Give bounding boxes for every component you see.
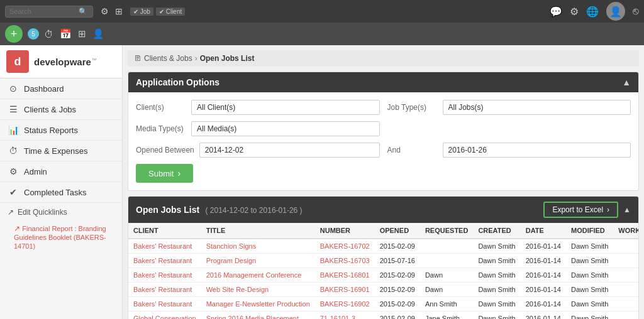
- app-options-header: Application Options ▲: [128, 72, 638, 92]
- quicklink-item[interactable]: ↗ Financial Report : Branding Guidelines…: [0, 222, 122, 253]
- cell-client[interactable]: Bakers' Restaurant: [128, 239, 201, 254]
- title-link[interactable]: Manager E-Newsletter Production: [206, 300, 310, 308]
- cell-title[interactable]: Manager E-Newsletter Production: [201, 297, 315, 311]
- number-link[interactable]: BAKERS-16902: [320, 300, 370, 308]
- cell-number[interactable]: BAKERS-16702: [315, 239, 375, 254]
- clock-icon[interactable]: ⏱: [44, 29, 53, 40]
- jobs-list-header: Open Jobs List ( 2014-12-02 to 2016-01-2…: [128, 197, 638, 223]
- quicklinks-label: Edit Quicklinks: [18, 208, 67, 217]
- sidebar-item-clients-jobs[interactable]: ☰ Clients & Jobs: [0, 99, 122, 120]
- job-type-input[interactable]: [443, 100, 631, 115]
- client-link[interactable]: Global Conservation: [133, 315, 196, 319]
- and-input[interactable]: [443, 143, 631, 158]
- quicklinks-header[interactable]: ↗ Edit Quicklinks: [0, 203, 122, 222]
- title-link[interactable]: Stanchion Signs: [206, 242, 257, 250]
- settings-icon[interactable]: ⚙: [101, 6, 109, 16]
- action-icons: ⏱ 📅 ⊞ 👤: [44, 28, 104, 40]
- reports-icon: 📊: [8, 125, 19, 135]
- search-icon: 🔍: [79, 8, 87, 16]
- cell-number[interactable]: BAKERS-16901: [315, 283, 375, 297]
- quicklink-link[interactable]: Financial Report : Branding Guidelines B…: [14, 225, 106, 250]
- breadcrumb-clients[interactable]: Clients & Jobs: [144, 54, 192, 63]
- panel-collapse-btn[interactable]: ▲: [622, 77, 631, 87]
- job-tag[interactable]: ✔ Job: [130, 8, 153, 16]
- globe-icon[interactable]: 🌐: [586, 6, 599, 18]
- title-link[interactable]: Spring 2016 Media Placement: [206, 315, 299, 319]
- cell-date: 2016-01-14: [521, 283, 566, 297]
- cell-number[interactable]: BAKERS-16703: [315, 254, 375, 268]
- cell-title[interactable]: Program Design: [201, 254, 315, 268]
- client-link[interactable]: Bakers' Restaurant: [133, 242, 192, 250]
- col-modified: MODIFIED: [566, 223, 613, 239]
- search-input[interactable]: [9, 8, 79, 15]
- cell-title[interactable]: Web Site Re-Design: [201, 283, 315, 297]
- cell-client[interactable]: Bakers' Restaurant: [128, 268, 201, 283]
- client-link[interactable]: Bakers' Restaurant: [133, 257, 192, 264]
- submit-button[interactable]: Submit ›: [136, 164, 193, 183]
- cell-modified: Dawn Smith: [566, 239, 613, 254]
- export-label: Export to Excel: [552, 205, 603, 214]
- clients-group: Client(s): [136, 100, 380, 115]
- logout-icon[interactable]: ⎋: [633, 6, 639, 17]
- cell-title[interactable]: 2016 Management Conference: [201, 268, 315, 283]
- avatar[interactable]: 👤: [606, 2, 625, 21]
- opened-between-input[interactable]: [199, 143, 380, 158]
- cell-opened: 2015-02-09: [375, 297, 420, 311]
- number-link[interactable]: BAKERS-16703: [320, 257, 370, 264]
- clients-input[interactable]: [191, 100, 380, 115]
- add-button[interactable]: +: [5, 25, 23, 43]
- sidebar-item-admin[interactable]: ⚙ Admin: [0, 161, 122, 182]
- cell-opened: 2015-07-16: [375, 254, 420, 268]
- client-link[interactable]: Bakers' Restaurant: [133, 271, 192, 279]
- tasks-icon: ✔: [8, 187, 19, 197]
- cell-created: Dawn Smith: [473, 239, 520, 254]
- gear-icon[interactable]: ⚙: [570, 6, 579, 18]
- title-link[interactable]: Program Design: [206, 257, 256, 264]
- filter-tags: ✔ Job ✔ Client: [130, 8, 185, 16]
- chat-icon[interactable]: 💬: [550, 6, 562, 18]
- cell-number[interactable]: BAKERS-16801: [315, 268, 375, 283]
- logo-icon: d: [6, 50, 29, 73]
- number-link[interactable]: BAKERS-16901: [320, 286, 370, 293]
- cell-title[interactable]: Stanchion Signs: [201, 239, 315, 254]
- cell-modified: Dawn Smith: [566, 268, 613, 283]
- breadcrumb-current: Open Jobs List: [200, 54, 255, 63]
- media-type-input[interactable]: [191, 121, 380, 136]
- cell-number[interactable]: 71-16101-3: [315, 311, 375, 320]
- jobs-table-wrapper: CLIENT TITLE NUMBER OPENED REQUESTED CRE…: [128, 223, 638, 319]
- client-link[interactable]: Bakers' Restaurant: [133, 300, 192, 308]
- search-box[interactable]: 🔍: [5, 6, 93, 18]
- cell-client[interactable]: Global Conservation: [128, 311, 201, 320]
- grid-icon[interactable]: ⊞: [78, 28, 86, 40]
- sidebar-item-time-expenses[interactable]: ⏱ Time & Expenses: [0, 141, 122, 161]
- cell-opened: 2015-02-09: [375, 239, 420, 254]
- submit-arrow-icon: ›: [177, 168, 180, 178]
- user-icon[interactable]: 👤: [92, 28, 104, 40]
- cell-client[interactable]: Bakers' Restaurant: [128, 297, 201, 311]
- title-link[interactable]: 2016 Management Conference: [206, 271, 302, 279]
- export-excel-button[interactable]: Export to Excel ›: [543, 202, 618, 218]
- sidebar-item-status-reports[interactable]: 📊 Status Reports: [0, 120, 122, 141]
- client-tag[interactable]: ✔ Client: [156, 8, 185, 16]
- number-link[interactable]: 71-16101-3: [320, 315, 355, 319]
- sidebar-item-completed-tasks[interactable]: ✔ Completed Tasks: [0, 182, 122, 203]
- cell-title[interactable]: Spring 2016 Media Placement: [201, 311, 315, 320]
- client-link[interactable]: Bakers' Restaurant: [133, 286, 192, 293]
- form-row-2: Media Type(s): [136, 121, 631, 136]
- title-link[interactable]: Web Site Re-Design: [206, 286, 269, 293]
- sidebar-item-dashboard[interactable]: ⊙ Dashboard: [0, 78, 122, 99]
- cell-created: Dawn Smith: [473, 311, 520, 320]
- col-requested: REQUESTED: [420, 223, 473, 239]
- jobs-panel-collapse-btn[interactable]: ▲: [623, 205, 631, 214]
- number-link[interactable]: BAKERS-16702: [320, 242, 370, 250]
- cell-number[interactable]: BAKERS-16902: [315, 297, 375, 311]
- cell-client[interactable]: Bakers' Restaurant: [128, 254, 201, 268]
- number-link[interactable]: BAKERS-16801: [320, 271, 370, 279]
- layout-icon[interactable]: ⊞: [115, 6, 123, 16]
- col-created: CREATED: [473, 223, 520, 239]
- dashboard-icon: ⊙: [8, 84, 19, 94]
- export-arrow-icon: ›: [607, 205, 609, 214]
- cell-opened: 2015-02-09: [375, 283, 420, 297]
- cell-client[interactable]: Bakers' Restaurant: [128, 283, 201, 297]
- calendar-icon[interactable]: 📅: [60, 28, 72, 40]
